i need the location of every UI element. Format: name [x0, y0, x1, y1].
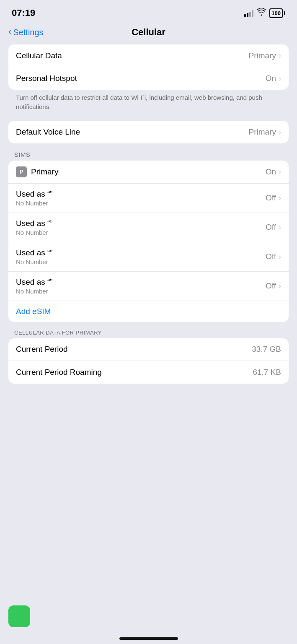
sim-row-3-chevron: › [279, 252, 281, 261]
cellular-data-value: Primary [249, 51, 276, 60]
cellular-data-primary-label: CELLULAR DATA FOR PRIMARY [0, 325, 297, 338]
sim-row-4-right: Off › [266, 281, 281, 291]
sim-row-3[interactable]: Used as “” No Number Off › [8, 242, 289, 272]
sim-row-1-left: Used as “” No Number [16, 190, 53, 207]
primary-sim-right: On › [266, 167, 281, 177]
back-label: Settings [13, 28, 43, 37]
cellular-hint-text: Turn off cellular data to restrict all d… [8, 90, 289, 117]
primary-sim-label: Primary [31, 167, 58, 177]
default-voice-row[interactable]: Default Voice Line Primary › [8, 121, 289, 143]
sim-row-4-value: Off [266, 281, 276, 291]
battery-icon: 100 [269, 8, 285, 18]
personal-hotspot-value: On [266, 74, 276, 83]
sim-row-4[interactable]: Used as “” No Number Off › [8, 272, 289, 301]
sim-row-2[interactable]: Used as “” No Number Off › [8, 213, 289, 242]
sim-row-1-sublabel: No Number [16, 200, 53, 207]
personal-hotspot-label: Personal Hotspot [16, 74, 77, 83]
personal-hotspot-right: On › [266, 74, 281, 83]
current-period-right: 33.7 GB [252, 345, 281, 354]
sim-row-4-sublabel: No Number [16, 288, 53, 295]
home-bar-area [0, 637, 297, 644]
cellular-top-card: Cellular Data Primary › Personal Hotspot… [8, 44, 289, 90]
cellular-data-label: Cellular Data [16, 51, 62, 60]
battery-level: 100 [271, 10, 281, 16]
current-period-roaming-label: Current Period Roaming [16, 368, 102, 377]
primary-sim-chevron: › [279, 167, 281, 176]
sim-row-3-left: Used as “” No Number [16, 248, 53, 265]
current-period-label: Current Period [16, 345, 68, 354]
sim-row-3-right: Off › [266, 252, 281, 261]
sim-row-4-label: Used as “” [16, 278, 53, 287]
sims-section-label: SIMs [0, 147, 297, 161]
default-voice-section: Default Voice Line Primary › [8, 121, 289, 143]
sim-row-2-value: Off [266, 223, 276, 232]
cellular-top-section: Cellular Data Primary › Personal Hotspot… [8, 44, 289, 117]
status-time: 07:19 [12, 8, 35, 18]
sim-row-2-left: Used as “” No Number [16, 219, 53, 236]
sim-row-2-label: Used as “” [16, 219, 53, 228]
current-period-roaming-right: 61.7 KB [253, 368, 281, 377]
cellular-data-chevron: › [279, 51, 281, 60]
default-voice-chevron: › [279, 127, 281, 136]
sim-row-1-chevron: › [279, 194, 281, 203]
default-voice-right: Primary › [249, 127, 281, 137]
cellular-data-right: Primary › [249, 51, 281, 60]
sim-row-4-left: Used as “” No Number [16, 278, 53, 295]
back-chevron-icon: ‹ [8, 26, 11, 37]
current-period-value: 33.7 GB [252, 345, 281, 354]
status-bar: 07:19 100 [0, 0, 297, 23]
current-period-row[interactable]: Current Period 33.7 GB [8, 338, 289, 361]
current-period-roaming-value: 61.7 KB [253, 368, 281, 377]
sim-row-4-chevron: › [279, 282, 281, 291]
sim-row-3-sublabel: No Number [16, 258, 53, 265]
wifi-icon [257, 8, 266, 18]
sim-row-2-chevron: › [279, 223, 281, 232]
sim-row-1-value: Off [266, 193, 276, 203]
status-icons: 100 [244, 8, 285, 18]
cellular-data-primary-section: Current Period 33.7 GB Current Period Ro… [8, 338, 289, 384]
primary-sim-value: On [266, 167, 276, 177]
default-voice-label: Default Voice Line [16, 127, 80, 137]
default-voice-value: Primary [249, 127, 276, 137]
sim-row-1[interactable]: Used as “” No Number Off › [8, 184, 289, 213]
home-bar [119, 637, 178, 640]
sims-section: P Primary On › Used as “” No Number Off … [8, 161, 289, 322]
sims-card: P Primary On › Used as “” No Number Off … [8, 161, 289, 322]
sim-row-3-label: Used as “” [16, 248, 53, 257]
page-title: Cellular [132, 27, 165, 38]
sim-row-1-right: Off › [266, 193, 281, 203]
primary-sim-row[interactable]: P Primary On › [8, 161, 289, 184]
bottom-app-icon [8, 605, 30, 627]
current-period-roaming-row[interactable]: Current Period Roaming 61.7 KB [8, 361, 289, 384]
personal-hotspot-row[interactable]: Personal Hotspot On › [8, 67, 289, 90]
sim-row-2-sublabel: No Number [16, 229, 53, 236]
nav-header: ‹ Settings Cellular [0, 23, 297, 44]
sim-row-2-right: Off › [266, 223, 281, 232]
primary-sim-left: P Primary [16, 166, 58, 177]
primary-sim-icon: P [16, 166, 27, 177]
signal-icon [244, 9, 253, 17]
add-esim-button[interactable]: Add eSIM [8, 301, 289, 322]
cellular-data-primary-card: Current Period 33.7 GB Current Period Ro… [8, 338, 289, 384]
personal-hotspot-chevron: › [279, 74, 281, 83]
sim-row-3-value: Off [266, 252, 276, 261]
back-button[interactable]: ‹ Settings [8, 27, 44, 37]
default-voice-card: Default Voice Line Primary › [8, 121, 289, 143]
cellular-data-row[interactable]: Cellular Data Primary › [8, 44, 289, 67]
sim-row-1-label: Used as “” [16, 190, 53, 199]
